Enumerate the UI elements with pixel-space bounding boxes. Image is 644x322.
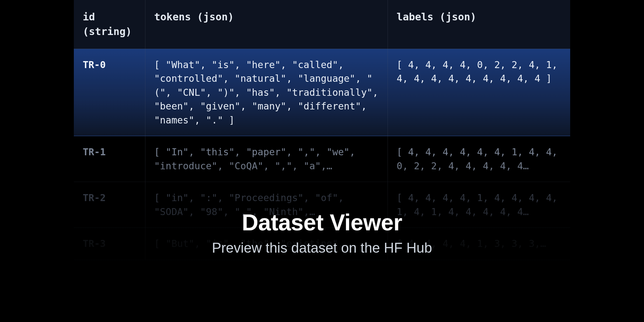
table-row[interactable]: TR-3 [ "But", "is", "the", "existing",… … <box>74 228 570 260</box>
cell-id: TR-3 <box>74 228 145 260</box>
cell-labels: [ 4, 4, 4, 4, 1, 4, 4, 4, 4, 1, 4, 1, 4,… <box>388 182 570 228</box>
cell-id: TR-1 <box>74 136 145 182</box>
cell-tokens: [ "What", "is", "here", "called", "contr… <box>145 49 388 136</box>
column-header-id[interactable]: id (string) <box>74 0 145 49</box>
cell-tokens: [ "in", ":", "Proceedings", "of", "SODA"… <box>145 182 388 228</box>
cell-tokens: [ "In", "this", "paper", ",", "we", "int… <box>145 136 388 182</box>
dataset-table-container: id (string) tokens (json) labels (json) … <box>74 0 570 260</box>
cell-labels: [ 4, 4, 4, 4, 4, 4, 1, 4, 4, 0, 2, 2, 4,… <box>388 136 570 182</box>
table-header-row: id (string) tokens (json) labels (json) <box>74 0 570 49</box>
table-row[interactable]: TR-0 [ "What", "is", "here", "called", "… <box>74 49 570 136</box>
column-header-tokens[interactable]: tokens (json) <box>145 0 388 49</box>
cell-id: TR-2 <box>74 182 145 228</box>
cell-labels: [ 4, 4, 4, 4, 0, 2, 2, 4, 1, 4, 4, 4, 4,… <box>388 49 570 136</box>
table-row[interactable]: TR-1 [ "In", "this", "paper", ",", "we",… <box>74 136 570 182</box>
cell-labels: [ 4, 4, 4, 4, 1, 3, 3, 3,… <box>388 228 570 260</box>
dataset-table: id (string) tokens (json) labels (json) … <box>74 0 570 260</box>
column-header-labels[interactable]: labels (json) <box>388 0 570 49</box>
cell-tokens: [ "But", "is", "the", "existing",… <box>145 228 388 260</box>
cell-id: TR-0 <box>74 49 145 136</box>
table-row[interactable]: TR-2 [ "in", ":", "Proceedings", "of", "… <box>74 182 570 228</box>
